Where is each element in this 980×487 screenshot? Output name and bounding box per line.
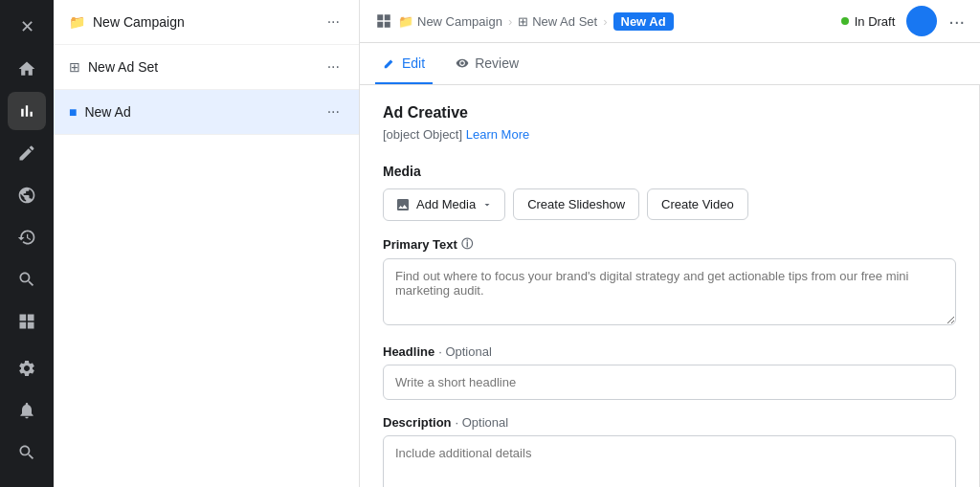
breadcrumb-ad[interactable]: New Ad: [613, 12, 674, 31]
primary-text-section: Primary Text ⓘ: [383, 236, 956, 329]
search-icon[interactable]: [8, 260, 46, 299]
breadcrumb-sep1: ›: [508, 14, 512, 29]
media-section: Media Add Media Create Slideshow Create …: [383, 164, 956, 221]
svg-rect-1: [385, 14, 390, 20]
primary-text-input[interactable]: [383, 258, 956, 325]
tab-edit[interactable]: Edit: [375, 44, 433, 84]
svg-rect-0: [377, 14, 383, 20]
top-bar-right: In Draft ···: [841, 6, 965, 36]
media-label: Media: [383, 164, 956, 179]
breadcrumb-adset[interactable]: ⊞ New Ad Set: [518, 14, 597, 29]
tab-review[interactable]: Review: [448, 44, 526, 84]
breadcrumb-campaign-label: New Campaign: [417, 14, 502, 29]
top-bar: 📁 New Campaign › ⊞ New Ad Set › New Ad I…: [360, 0, 980, 43]
breadcrumb-adset-icon: ⊞: [518, 14, 528, 29]
bottom-search-icon[interactable]: [8, 433, 46, 472]
breadcrumb-adset-label: New Ad Set: [532, 14, 597, 29]
sidebar-item-adset[interactable]: ⊞ New Ad Set ···: [54, 45, 359, 90]
adset-more-icon[interactable]: ···: [323, 55, 344, 79]
ad-creative-description: [object Object] Learn More: [383, 125, 956, 144]
content-area: Ad Creative [object Object] Learn More M…: [360, 85, 980, 487]
history-icon[interactable]: [8, 218, 46, 256]
draft-dot: [841, 17, 849, 25]
description-section: Description · Optional: [383, 415, 956, 488]
description-label: Description · Optional: [383, 415, 956, 430]
close-button[interactable]: ✕: [8, 8, 46, 46]
learn-more-link[interactable]: Learn More: [466, 127, 529, 142]
media-controls: Add Media Create Slideshow Create Video: [383, 188, 956, 221]
user-avatar[interactable]: [906, 6, 937, 36]
campaign-sidebar: 📁 New Campaign ··· ⊞ New Ad Set ··· ■ Ne…: [54, 0, 360, 487]
globe-icon[interactable]: [8, 176, 46, 214]
adset-label: New Ad Set: [88, 59, 158, 75]
create-slideshow-button[interactable]: Create Slideshow: [513, 188, 639, 220]
breadcrumb-toggle-icon[interactable]: [375, 12, 392, 30]
breadcrumb-folder-icon: 📁: [398, 14, 413, 29]
ad-label: New Ad: [84, 104, 130, 120]
add-media-label: Add Media: [416, 197, 476, 211]
draft-label: In Draft: [855, 14, 896, 29]
primary-text-label: Primary Text ⓘ: [383, 236, 956, 253]
breadcrumb-campaign[interactable]: 📁 New Campaign: [398, 14, 502, 29]
home-icon[interactable]: [8, 50, 46, 88]
notifications-icon[interactable]: [8, 391, 46, 430]
tab-bar: Edit Review: [360, 43, 980, 85]
ad-creative-title: Ad Creative: [383, 104, 956, 122]
sidebar-item-campaign[interactable]: 📁 New Campaign ···: [54, 0, 359, 45]
headline-optional: · Optional: [438, 344, 492, 359]
svg-rect-3: [385, 22, 390, 28]
breadcrumb-ad-label: New Ad: [621, 14, 666, 29]
breadcrumb: 📁 New Campaign › ⊞ New Ad Set › New Ad: [375, 12, 674, 31]
tab-edit-label: Edit: [402, 55, 425, 71]
primary-text-info-icon[interactable]: ⓘ: [461, 236, 473, 253]
folder-icon: 📁: [69, 14, 85, 30]
description-input[interactable]: [383, 435, 956, 488]
ad-creative-desc-text: [object Object]: [383, 127, 462, 142]
campaign-label: New Campaign: [93, 14, 185, 30]
ad-icon: ■: [69, 104, 77, 120]
svg-rect-2: [377, 22, 383, 28]
icon-bar: ✕: [0, 0, 54, 487]
headline-label: Headline · Optional: [383, 344, 956, 359]
add-media-button[interactable]: Add Media: [383, 188, 505, 221]
edit-icon[interactable]: [8, 134, 46, 172]
ad-more-icon[interactable]: ···: [323, 100, 344, 124]
breadcrumb-sep2: ›: [603, 14, 607, 29]
description-optional: · Optional: [456, 415, 509, 430]
campaign-more-icon[interactable]: ···: [323, 10, 344, 34]
headline-section: Headline · Optional: [383, 344, 956, 400]
sidebar-item-ad[interactable]: ■ New Ad ···: [54, 90, 359, 135]
settings-icon[interactable]: [8, 349, 46, 387]
headline-input[interactable]: [383, 365, 956, 400]
draft-badge: In Draft: [841, 14, 896, 29]
grid-icon[interactable]: [8, 302, 46, 341]
create-video-button[interactable]: Create Video: [647, 188, 748, 220]
tab-review-label: Review: [475, 55, 519, 71]
chart-icon[interactable]: [8, 92, 46, 130]
adset-icon: ⊞: [69, 59, 80, 75]
more-options-button[interactable]: ···: [948, 11, 965, 33]
main-content: 📁 New Campaign › ⊞ New Ad Set › New Ad I…: [360, 0, 980, 487]
ad-creative-panel: Ad Creative [object Object] Learn More M…: [360, 85, 980, 487]
